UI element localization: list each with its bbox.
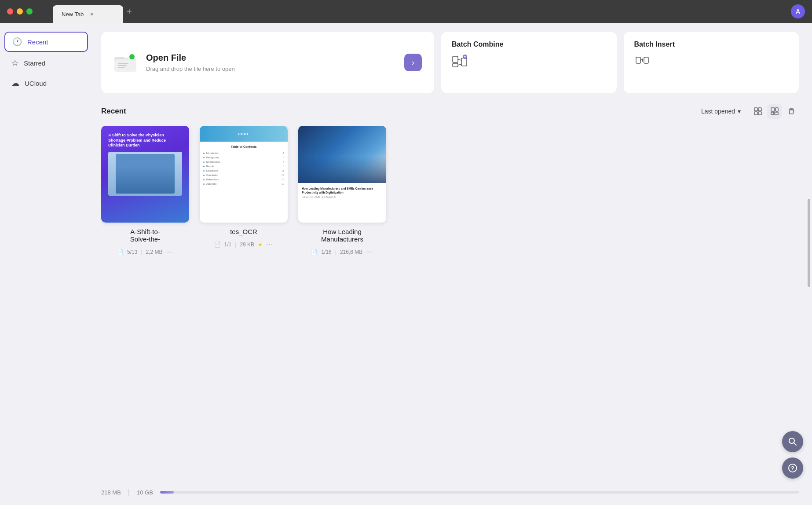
toc-dot-1	[203, 153, 205, 154]
meta-sep-2: |	[235, 242, 236, 248]
pages-2: 1/1	[224, 242, 232, 248]
file-meta-3: 📄 1/16 | 216,6 MB ···	[298, 248, 386, 256]
toc-line-5: Discussion11	[203, 169, 284, 172]
page-icon-2: 📄	[214, 242, 221, 248]
svg-rect-6	[453, 56, 458, 62]
file-meta-2: 📄 1/1 | 29 KB ★ ···	[200, 241, 288, 249]
toc-dot-5	[203, 170, 205, 172]
thumbnail-content-2: UBDF Table of Contents Introduction1 Bac…	[200, 126, 288, 223]
recent-section-title: Recent	[101, 107, 126, 116]
svg-rect-21	[754, 112, 757, 115]
sidebar-item-ucloud[interactable]: ☁ UCloud	[4, 74, 88, 92]
starred-icon-2[interactable]: ★	[258, 242, 263, 248]
sort-arrow-icon: ▾	[738, 108, 741, 115]
file-thumbnail-wrapper-2: ☁ UBDF Table of Contents Introduction1 B…	[200, 126, 288, 223]
svg-rect-8	[461, 58, 467, 66]
toc-line-1: Introduction1	[203, 152, 284, 154]
file-grid: A Shift to Solve the Physician Shortage …	[101, 126, 799, 260]
svg-rect-3	[118, 65, 127, 66]
file-name-3: How LeadingManufacturers	[321, 228, 363, 243]
recent-section: Recent Last opened ▾	[101, 104, 799, 496]
people-image	[116, 154, 175, 194]
thumb-image-3	[298, 126, 386, 183]
svg-text:?: ?	[791, 465, 794, 472]
svg-rect-24	[775, 108, 778, 111]
file-card-3[interactable]: ☁ How Leading Manufacturers and SMEs Can…	[298, 126, 386, 256]
fullscreen-button[interactable]	[26, 8, 33, 15]
tab-close-icon[interactable]: ✕	[88, 11, 95, 18]
file-thumbnail-2: UBDF Table of Contents Introduction1 Bac…	[200, 126, 288, 223]
batch-insert-svg	[634, 54, 650, 70]
sidebar-item-starred-label: Starred	[24, 59, 45, 67]
storage-used: 218 MB	[101, 489, 121, 496]
thumb-overlay-3	[298, 157, 386, 183]
page-icon-3: 📄	[311, 249, 318, 255]
help-float-button[interactable]: ?	[782, 457, 803, 479]
more-button-1[interactable]: ···	[166, 248, 173, 256]
storage-total: 10 GB	[137, 489, 153, 496]
search-icon	[788, 437, 797, 446]
sidebar-item-starred[interactable]: ☆ Starred	[4, 54, 88, 72]
toc-line-6: Conclusion14	[203, 174, 284, 176]
clock-icon: 🕐	[12, 37, 22, 47]
sort-dropdown[interactable]: Last opened ▾	[697, 105, 745, 117]
toc-dot-3	[203, 161, 205, 163]
avatar[interactable]: A	[791, 4, 805, 18]
titlebar: New Tab ✕ + A	[0, 0, 812, 23]
svg-rect-19	[754, 108, 757, 111]
minimize-button[interactable]	[17, 8, 23, 15]
grid-view-button[interactable]	[750, 104, 765, 119]
close-button[interactable]	[7, 8, 13, 15]
more-button-2[interactable]: ···	[266, 241, 273, 249]
batch-combine-card[interactable]: Batch Combine	[441, 32, 617, 93]
thumb-image-1	[108, 152, 182, 196]
star-icon: ☆	[11, 58, 18, 68]
new-tab[interactable]: New Tab ✕	[53, 5, 123, 23]
open-file-card[interactable]: Open File Drag and drop the file here to…	[101, 32, 434, 93]
search-float-button[interactable]	[782, 431, 803, 452]
thumb-body-3: How Leading Manufacturers and SMEs Can I…	[298, 183, 386, 202]
file-name-1: A-Shift-to-Solve-the-	[130, 228, 160, 243]
folder-icon	[113, 51, 137, 74]
storage-fill	[160, 491, 174, 494]
sidebar-item-recent[interactable]: 🕐 Recent	[4, 32, 88, 52]
delete-button[interactable]	[784, 104, 799, 119]
top-cards: Open File Drag and drop the file here to…	[101, 32, 799, 93]
folder-icon-wrapper	[113, 51, 137, 74]
floating-buttons: ?	[782, 431, 803, 479]
thumb-header-text-2: UBDF	[238, 132, 249, 136]
page-icon-1: 📄	[117, 249, 124, 255]
toc-dot-4	[203, 166, 205, 167]
large-grid-view-button[interactable]	[767, 104, 782, 119]
size-3: 216,6 MB	[340, 249, 362, 255]
thumb-title-1: A Shift to Solve the Physician Shortage …	[108, 133, 182, 148]
toc-title: Table of Contents	[203, 145, 284, 148]
storage-bar-row: 218 MB | 10 GB	[101, 484, 799, 496]
recent-header: Recent Last opened ▾	[101, 104, 799, 119]
meta-sep-1: |	[141, 249, 142, 255]
large-grid-view-icon	[770, 107, 779, 116]
toc-dot-7	[203, 179, 205, 180]
file-card-1[interactable]: A Shift to Solve the Physician Shortage …	[101, 126, 189, 256]
file-thumbnail-wrapper-1: A Shift to Solve the Physician Shortage …	[101, 126, 189, 223]
open-file-title: Open File	[146, 53, 395, 63]
scrollbar[interactable]	[808, 199, 810, 287]
meta-sep-3: |	[335, 249, 337, 255]
storage-separator: |	[128, 488, 130, 496]
file-name-2: tes_OCR	[230, 228, 257, 235]
batch-combine-title: Batch Combine	[452, 40, 503, 48]
file-thumbnail-3: How Leading Manufacturers and SMEs Can I…	[298, 126, 386, 223]
new-tab-button[interactable]: +	[127, 7, 132, 17]
svg-rect-20	[758, 108, 761, 111]
sidebar: 🕐 Recent ☆ Starred ☁ UCloud	[0, 23, 92, 505]
main-layout: 🕐 Recent ☆ Starred ☁ UCloud	[0, 23, 812, 505]
file-card-2[interactable]: ☁ UBDF Table of Contents Introduction1 B…	[200, 126, 288, 256]
more-button-3[interactable]: ···	[366, 248, 373, 256]
open-file-arrow-button[interactable]: ›	[404, 54, 422, 71]
batch-insert-card[interactable]: Batch Insert	[624, 32, 799, 93]
thumbnail-content-1: A Shift to Solve the Physician Shortage …	[101, 126, 189, 223]
content-area: Open File Drag and drop the file here to…	[92, 23, 812, 505]
recent-controls: Last opened ▾	[697, 104, 799, 119]
file-meta-1: 📄 5/13 | 2,2 MB ···	[101, 248, 189, 256]
svg-rect-22	[758, 112, 761, 115]
